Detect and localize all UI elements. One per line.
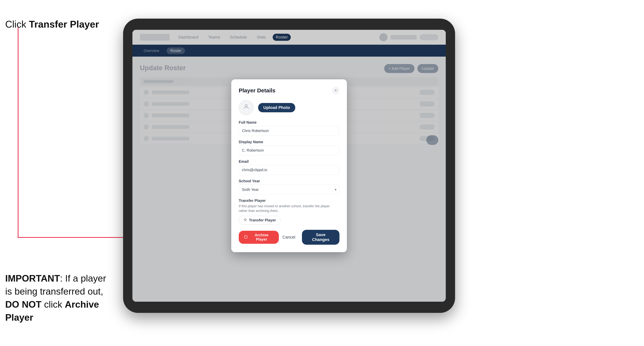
display-name-label: Display Name xyxy=(239,140,340,144)
save-changes-button[interactable]: Save Changes xyxy=(302,230,340,245)
modal-title: Player Details xyxy=(239,87,276,94)
do-not-label: DO NOT xyxy=(5,299,42,310)
email-input[interactable] xyxy=(239,165,340,175)
modal-footer: Archive Player Cancel Save Changes xyxy=(239,230,340,245)
upload-photo-button[interactable]: Upload Photo xyxy=(258,103,295,112)
player-details-modal: Player Details × xyxy=(231,79,347,252)
tablet-screen: Dashboard Teams Schedule Stats Roster Ov… xyxy=(132,30,446,302)
cancel-button[interactable]: Cancel xyxy=(279,233,299,242)
instruction-top-bold: Transfer Player xyxy=(29,19,99,30)
avatar-section: Upload Photo xyxy=(239,100,340,115)
email-label: Email xyxy=(239,160,340,164)
instruction-bottom: IMPORTANT: If a player is being transfer… xyxy=(5,272,114,324)
school-year-select-wrapper: Sixth Year Fifth Year Fourth Year Third … xyxy=(239,185,340,194)
avatar-placeholder xyxy=(239,100,254,115)
full-name-group: Full Name xyxy=(239,120,340,136)
school-year-label: School Year xyxy=(239,179,340,183)
svg-point-0 xyxy=(245,104,247,107)
transfer-description: If this player has moved to another scho… xyxy=(239,204,340,213)
modal-header: Player Details × xyxy=(239,87,340,94)
modal-overlay: Player Details × xyxy=(132,30,446,302)
avatar-icon xyxy=(243,103,250,112)
full-name-label: Full Name xyxy=(239,120,340,125)
modal-close-button[interactable]: × xyxy=(332,87,340,94)
annotation-vertical-line xyxy=(18,27,18,238)
archive-player-button[interactable]: Archive Player xyxy=(239,231,279,244)
transfer-section-title: Transfer Player xyxy=(239,198,340,203)
school-year-group: School Year Sixth Year Fifth Year Fourth… xyxy=(239,179,340,194)
instruction-top: Click Transfer Player xyxy=(5,19,99,30)
display-name-input[interactable] xyxy=(239,146,340,155)
transfer-section: Transfer Player If this player has moved… xyxy=(239,198,340,225)
school-year-select[interactable]: Sixth Year Fifth Year Fourth Year Third … xyxy=(239,185,340,194)
tablet-device: Dashboard Teams Schedule Stats Roster Ov… xyxy=(123,19,455,313)
display-name-group: Display Name xyxy=(239,140,340,155)
app-background: Dashboard Teams Schedule Stats Roster Ov… xyxy=(132,30,446,302)
transfer-button-label: Transfer Player xyxy=(249,218,276,222)
archive-button-label: Archive Player xyxy=(250,233,274,242)
archive-icon xyxy=(244,235,248,240)
full-name-input[interactable] xyxy=(239,126,340,136)
transfer-icon xyxy=(244,218,247,222)
email-group: Email xyxy=(239,160,340,175)
transfer-player-button[interactable]: Transfer Player xyxy=(239,216,281,225)
important-label: IMPORTANT xyxy=(5,273,60,284)
footer-right: Cancel Save Changes xyxy=(279,230,340,245)
